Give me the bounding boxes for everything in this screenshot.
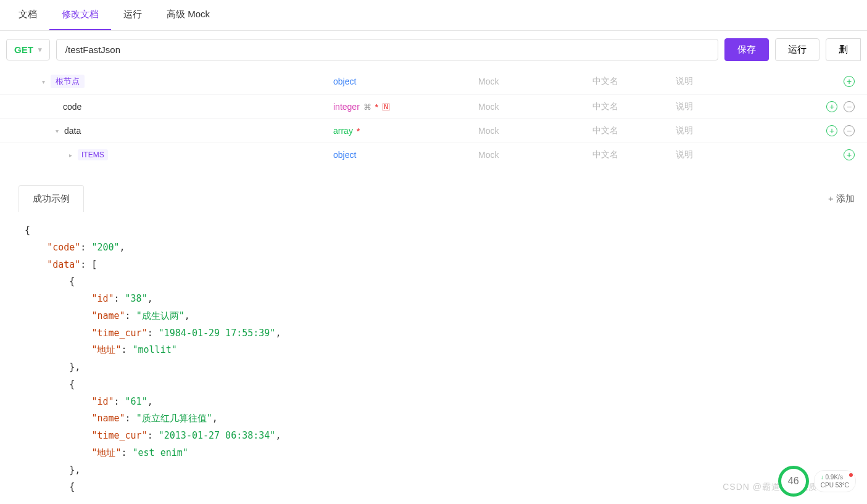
desc-placeholder[interactable]: 说明 bbox=[676, 76, 793, 87]
type-label: integer bbox=[333, 102, 360, 112]
gauge-icon: 46 bbox=[778, 466, 809, 497]
request-bar: GET ▾ 保存 运行 删 bbox=[0, 31, 867, 68]
add-icon[interactable]: + bbox=[826, 101, 837, 112]
required-icon: * bbox=[357, 126, 360, 136]
tab-run[interactable]: 运行 bbox=[111, 0, 154, 30]
schema-row-items: ▸ ITEMS object Mock 中文名 说明 + bbox=[0, 143, 867, 167]
chevron-down-icon[interactable]: ▾ bbox=[39, 78, 47, 85]
schema-row-root: ▾ 根节点 object Mock 中文名 说明 + bbox=[0, 68, 867, 94]
root-node-label: 根节点 bbox=[51, 75, 85, 88]
cn-name-placeholder[interactable]: 中文名 bbox=[592, 76, 676, 87]
cn-name-placeholder[interactable]: 中文名 bbox=[592, 101, 676, 112]
add-icon[interactable]: + bbox=[844, 76, 855, 87]
remove-icon[interactable]: − bbox=[844, 125, 855, 136]
schema-row-data: ▾ data array * Mock 中文名 说明 + − bbox=[0, 118, 867, 143]
http-method-label: GET bbox=[14, 44, 33, 55]
system-monitor-widget: 46 ↓ 0.9K/s CPU 53°C bbox=[778, 466, 856, 497]
mock-placeholder[interactable]: Mock bbox=[478, 76, 592, 86]
add-icon[interactable]: + bbox=[844, 149, 855, 160]
remove-icon[interactable]: − bbox=[844, 101, 855, 112]
run-button[interactable]: 运行 bbox=[775, 38, 819, 61]
top-tabs: 文档 修改文档 运行 高级 Mock bbox=[0, 0, 867, 31]
desc-placeholder[interactable]: 说明 bbox=[676, 149, 793, 160]
type-label: array bbox=[333, 126, 353, 136]
add-icon[interactable]: + bbox=[826, 125, 837, 136]
json-example[interactable]: { "code": "200", "data": [ { "id": "38",… bbox=[0, 212, 867, 504]
cn-name-placeholder[interactable]: 中文名 bbox=[592, 125, 676, 136]
url-input[interactable] bbox=[56, 39, 718, 60]
desc-placeholder[interactable]: 说明 bbox=[676, 125, 793, 136]
add-example-button[interactable]: + 添加 bbox=[828, 193, 855, 205]
save-button[interactable]: 保存 bbox=[724, 38, 769, 61]
chevron-down-icon[interactable]: ▾ bbox=[53, 128, 60, 134]
type-label: object bbox=[333, 150, 356, 160]
example-tabs: 成功示例 + 添加 bbox=[0, 185, 867, 212]
cn-name-placeholder[interactable]: 中文名 bbox=[592, 149, 676, 160]
schema-table: ▾ 根节点 object Mock 中文名 说明 + code integer … bbox=[0, 68, 867, 167]
mock-placeholder[interactable]: Mock bbox=[478, 102, 592, 112]
tab-doc[interactable]: 文档 bbox=[6, 0, 49, 30]
type-label: object bbox=[333, 76, 356, 86]
field-name: code bbox=[63, 102, 81, 112]
tab-edit-doc[interactable]: 修改文档 bbox=[49, 0, 111, 30]
required-icon: * bbox=[375, 102, 378, 112]
chevron-down-icon: ▾ bbox=[38, 46, 42, 54]
tab-success-example[interactable]: 成功示例 bbox=[19, 185, 84, 212]
delete-button[interactable]: 删 bbox=[826, 38, 861, 61]
field-name: data bbox=[64, 126, 81, 136]
mock-placeholder[interactable]: Mock bbox=[478, 126, 592, 136]
tab-advanced-mock[interactable]: 高级 Mock bbox=[154, 0, 222, 30]
desc-placeholder[interactable]: 说明 bbox=[676, 101, 793, 112]
net-stats: ↓ 0.9K/s CPU 53°C bbox=[814, 470, 856, 492]
settings-icon[interactable]: ⌘ bbox=[363, 102, 371, 112]
nullable-icon: N bbox=[382, 103, 390, 111]
chevron-right-icon[interactable]: ▸ bbox=[67, 152, 74, 159]
http-method-select[interactable]: GET ▾ bbox=[6, 39, 50, 60]
schema-row-code: code integer ⌘ * N Mock 中文名 说明 + − bbox=[0, 94, 867, 118]
mock-placeholder[interactable]: Mock bbox=[478, 150, 592, 160]
items-label: ITEMS bbox=[78, 149, 108, 160]
